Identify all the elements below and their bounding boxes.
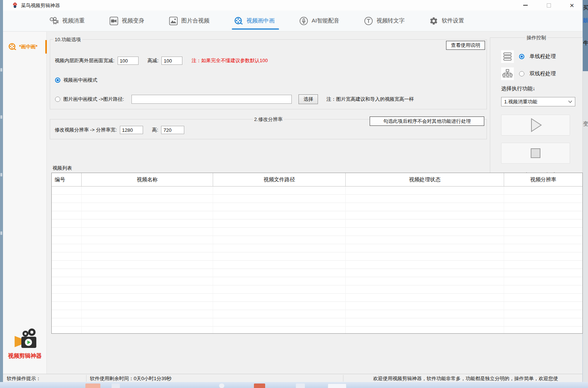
resolution-width-input[interactable] [120, 126, 143, 134]
table-row [52, 261, 582, 269]
tab-picture-in-picture[interactable]: 视频画中画 [233, 10, 276, 31]
video-pip-mode-radio[interactable] [55, 78, 60, 83]
stop-button[interactable] [501, 143, 570, 164]
column-header[interactable]: 视频分辨率 [504, 173, 582, 186]
edge-text-fragment: 鼓 [583, 17, 588, 24]
image-path-input[interactable] [131, 95, 292, 104]
taskbar-item[interactable] [254, 384, 265, 388]
tab-settings[interactable]: 软件设置 [428, 10, 466, 31]
table-cell [504, 277, 582, 285]
column-header[interactable]: 编号 [52, 173, 82, 186]
view-instructions-button[interactable]: 查看使用说明 [446, 41, 485, 50]
table-row [52, 327, 582, 334]
table-cell [213, 302, 346, 310]
video-list-label: 视频列表 [51, 165, 73, 172]
desktop-edge-left [0, 0, 3, 382]
film-reel-icon [234, 16, 243, 25]
tab-label: 视频变身 [122, 17, 144, 24]
video-camera-icon [109, 16, 118, 25]
start-button[interactable] [501, 115, 570, 136]
table-cell [504, 269, 582, 277]
table-cell [52, 203, 82, 211]
table-cell [346, 195, 504, 203]
app-logo-icon [12, 2, 18, 8]
table-cell [346, 219, 504, 228]
taskbar-item[interactable] [219, 384, 224, 388]
single-thread-radio[interactable] [519, 54, 524, 59]
edge-text-fragment: 变 [583, 121, 588, 127]
browse-button[interactable]: 选择 [298, 94, 318, 104]
table-cell [52, 285, 82, 294]
table-row [52, 285, 582, 294]
screen: 买 鼓 牛 变 菜鸟视频剪辑神器 ✕ [0, 0, 588, 388]
table-cell [52, 302, 82, 310]
taskbar-item[interactable] [328, 384, 346, 388]
tab-video-dedup[interactable]: 视频消重 [48, 10, 86, 31]
logo-text: 视频剪辑神器 [3, 352, 47, 360]
edge-text-fragment: 买 [583, 4, 588, 11]
table-cell [52, 211, 82, 219]
table-cell [82, 203, 213, 211]
sidebar-item-pip[interactable]: *画中画* [3, 39, 47, 54]
table-cell [52, 269, 82, 277]
video-camera-logo [12, 328, 39, 349]
tab-image-to-video[interactable]: 图片合视频 [167, 10, 211, 31]
table-row [52, 228, 582, 236]
welcome-message: 欢迎使用视频剪辑神器，软件功能非常多，功能都是独立分明的，操作简单，欢迎您使 [373, 375, 558, 382]
close-icon: ✕ [570, 3, 575, 8]
column-header[interactable]: 视频处理状态 [346, 173, 504, 186]
group-title: 10.功能选项 [53, 36, 82, 43]
table-cell [213, 228, 346, 236]
table-cell [52, 228, 82, 236]
table-cell [346, 327, 504, 334]
taskbar-item[interactable] [85, 384, 100, 388]
table-cell [213, 211, 346, 219]
film-reel-icon [8, 43, 16, 51]
table-cell [52, 327, 82, 334]
resolution-group: 2.修改分辨率 勾选此项后程序不会对其他功能进行处理 修改视频分辨率 -> 分辨… [50, 119, 487, 139]
height-reduce-input[interactable] [161, 57, 182, 65]
table-cell [82, 187, 213, 195]
table-cell [346, 277, 504, 285]
video-list-table[interactable]: 编号视频名称视频文件路径视频处理状态视频分辨率 [51, 173, 583, 334]
table-cell [213, 219, 346, 228]
minimize-button[interactable] [517, 0, 534, 10]
image-pip-mode-radio[interactable] [55, 97, 60, 102]
table-cell [504, 252, 582, 261]
table-cell [504, 228, 582, 236]
close-button[interactable]: ✕ [564, 0, 580, 10]
column-header[interactable]: 视频文件路径 [213, 173, 346, 186]
table-row [52, 219, 582, 228]
table-cell [504, 236, 582, 244]
table-cell [52, 294, 82, 302]
resolution-height-input[interactable] [161, 126, 184, 134]
table-cell [82, 244, 213, 252]
image-size-note: 注：图片宽高建议和导入的视频宽高一样 [326, 96, 414, 103]
table-cell [346, 187, 504, 195]
table-row [52, 294, 582, 302]
taskbar[interactable] [0, 382, 588, 388]
exclusive-mode-button[interactable]: 勾选此项后程序不会对其他功能进行处理 [370, 116, 484, 126]
function-select[interactable]: 1.视频消重功能 [501, 97, 575, 106]
table-cell [82, 327, 213, 334]
table-cell [213, 277, 346, 285]
table-cell [82, 236, 213, 244]
tab-video-to-text[interactable]: 视频转文字 [363, 10, 406, 31]
tab-video-transform[interactable]: 视频变身 [108, 10, 146, 31]
maximize-button[interactable] [540, 0, 557, 10]
table-cell [504, 219, 582, 228]
table-cell [82, 269, 213, 277]
app-window: 菜鸟视频剪辑神器 ✕ 视频消重 [3, 0, 583, 382]
table-row [52, 310, 582, 318]
resolution-height-label: 高: [152, 127, 158, 133]
tab-ai-dubbing[interactable]: AI智能配音 [298, 10, 341, 31]
table-cell [504, 294, 582, 302]
sidebar: *画中画* 视频剪辑神器 [3, 32, 47, 374]
width-reduce-input[interactable] [118, 57, 139, 65]
window-title: 菜鸟视频剪辑神器 [21, 2, 60, 9]
double-thread-radio[interactable] [519, 71, 524, 76]
column-header[interactable]: 视频名称 [82, 173, 213, 186]
taskbar-item[interactable] [112, 384, 120, 388]
taskbar-item[interactable] [296, 384, 305, 388]
table-row [52, 302, 582, 310]
